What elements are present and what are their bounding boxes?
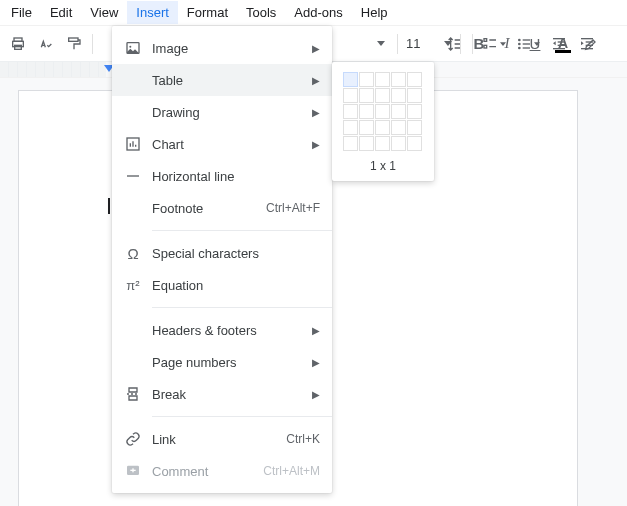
menu-view[interactable]: View [81, 1, 127, 24]
submenu-arrow-icon: ▶ [312, 107, 320, 118]
checklist-button[interactable] [477, 30, 511, 58]
table-grid-cell[interactable] [391, 104, 406, 119]
table-grid-cell[interactable] [359, 72, 374, 87]
link-icon [122, 431, 144, 447]
insert-table-item[interactable]: Table ▶ [112, 64, 332, 96]
table-grid-cell[interactable] [407, 72, 422, 87]
paint-format-button[interactable] [60, 30, 88, 58]
svg-rect-23 [127, 175, 139, 176]
table-size-label: 1 x 1 [342, 159, 424, 173]
shortcut-label: Ctrl+Alt+F [266, 201, 320, 215]
table-grid-cell[interactable] [391, 88, 406, 103]
caret-down-icon [534, 42, 540, 46]
table-grid-cell[interactable] [391, 120, 406, 135]
menu-tools[interactable]: Tools [237, 1, 285, 24]
increase-indent-icon [579, 36, 595, 52]
table-grid[interactable] [343, 72, 423, 151]
svg-rect-10 [523, 43, 530, 44]
submenu-arrow-icon: ▶ [312, 43, 320, 54]
svg-rect-19 [581, 48, 593, 49]
spellcheck-button[interactable] [32, 30, 60, 58]
menu-item-label: Link [144, 432, 286, 447]
spellcheck-icon [38, 36, 54, 52]
menu-item-label: Drawing [144, 105, 304, 120]
insert-horizontal-line-item[interactable]: Horizontal line [112, 160, 332, 192]
table-size-picker: 1 x 1 [332, 62, 434, 181]
svg-rect-26 [130, 470, 135, 471]
table-grid-cell[interactable] [391, 136, 406, 151]
pi-squared-icon: π² [122, 278, 144, 293]
toolbar-separator [92, 34, 93, 54]
decrease-indent-icon [551, 36, 567, 52]
table-grid-cell[interactable] [375, 136, 390, 151]
svg-point-7 [518, 43, 521, 46]
insert-equation-item[interactable]: π² Equation [112, 269, 332, 301]
ruler-margin [0, 62, 106, 77]
submenu-arrow-icon: ▶ [312, 357, 320, 368]
insert-footnote-item[interactable]: Footnote Ctrl+Alt+F [112, 192, 332, 224]
print-button[interactable] [4, 30, 32, 58]
menu-divider [152, 416, 332, 417]
table-grid-cell[interactable] [375, 88, 390, 103]
menu-format[interactable]: Format [178, 1, 237, 24]
toolbar-right-group [440, 26, 601, 62]
text-cursor [108, 198, 110, 214]
increase-indent-button[interactable] [573, 30, 601, 58]
svg-rect-9 [523, 39, 530, 40]
table-grid-cell[interactable] [343, 104, 358, 119]
line-spacing-button[interactable] [440, 30, 468, 58]
insert-image-item[interactable]: Image ▶ [112, 32, 332, 64]
table-grid-cell[interactable] [375, 104, 390, 119]
styles-dropdown[interactable] [351, 41, 393, 46]
table-grid-cell[interactable] [407, 120, 422, 135]
table-grid-cell[interactable] [391, 72, 406, 87]
table-grid-cell[interactable] [343, 72, 358, 87]
svg-rect-15 [553, 48, 565, 49]
paint-roller-icon [66, 36, 82, 52]
menu-edit[interactable]: Edit [41, 1, 81, 24]
svg-rect-5 [484, 45, 487, 48]
toolbar-separator [397, 34, 398, 54]
table-grid-cell[interactable] [375, 120, 390, 135]
svg-rect-18 [586, 45, 593, 46]
svg-point-21 [129, 46, 131, 48]
table-grid-cell[interactable] [407, 136, 422, 151]
table-grid-cell[interactable] [407, 88, 422, 103]
table-grid-cell[interactable] [407, 104, 422, 119]
submenu-arrow-icon: ▶ [312, 139, 320, 150]
insert-drawing-item[interactable]: Drawing ▶ [112, 96, 332, 128]
insert-headers-footers-item[interactable]: Headers & footers ▶ [112, 314, 332, 346]
table-grid-cell[interactable] [359, 120, 374, 135]
menu-item-label: Chart [144, 137, 304, 152]
table-grid-cell[interactable] [375, 72, 390, 87]
svg-rect-11 [523, 47, 530, 48]
insert-link-item[interactable]: Link Ctrl+K [112, 423, 332, 455]
caret-down-icon [377, 41, 385, 46]
decrease-indent-button[interactable] [545, 30, 573, 58]
menu-divider [152, 230, 332, 231]
caret-down-icon [500, 42, 506, 46]
print-icon [10, 36, 26, 52]
insert-special-characters-item[interactable]: Ω Special characters [112, 237, 332, 269]
table-grid-cell[interactable] [343, 136, 358, 151]
table-grid-cell[interactable] [343, 120, 358, 135]
table-grid-cell[interactable] [359, 136, 374, 151]
svg-rect-16 [581, 38, 593, 39]
insert-chart-item[interactable]: Chart ▶ [112, 128, 332, 160]
insert-page-numbers-item[interactable]: Page numbers ▶ [112, 346, 332, 378]
table-grid-cell[interactable] [343, 88, 358, 103]
table-grid-cell[interactable] [359, 88, 374, 103]
insert-dropdown: Image ▶ Table ▶ Drawing ▶ Chart ▶ Horizo… [112, 26, 332, 493]
menu-bar: File Edit View Insert Format Tools Add-o… [0, 0, 627, 26]
table-grid-cell[interactable] [359, 104, 374, 119]
submenu-arrow-icon: ▶ [312, 389, 320, 400]
shortcut-label: Ctrl+Alt+M [263, 464, 320, 478]
svg-rect-12 [553, 38, 565, 39]
menu-item-label: Footnote [144, 201, 266, 216]
menu-addons[interactable]: Add-ons [285, 1, 351, 24]
insert-break-item[interactable]: Break ▶ [112, 378, 332, 410]
menu-file[interactable]: File [2, 1, 41, 24]
bulleted-list-button[interactable] [511, 30, 545, 58]
menu-insert[interactable]: Insert [127, 1, 178, 24]
menu-help[interactable]: Help [352, 1, 397, 24]
